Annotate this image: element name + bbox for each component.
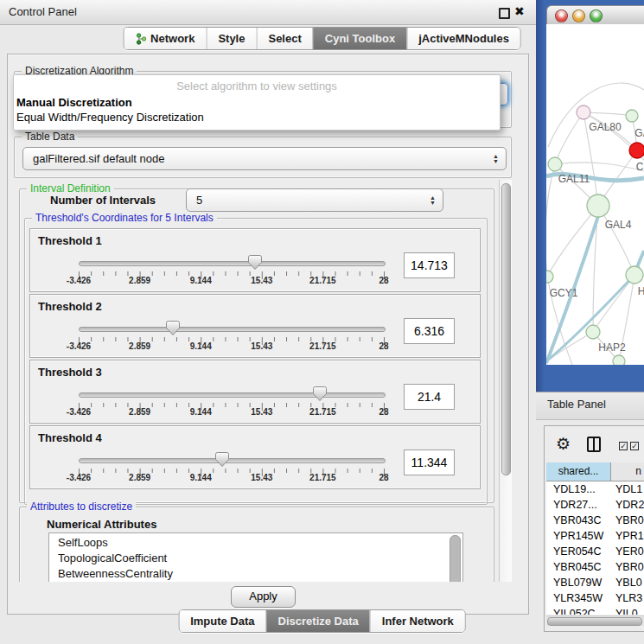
table-row[interactable]: YDL19...YDL1 <box>546 481 644 497</box>
apply-button[interactable]: Apply <box>231 586 296 608</box>
table-cell-name[interactable]: YDL1 <box>610 481 644 497</box>
table-cell-shared-name[interactable]: YDR27... <box>546 497 610 513</box>
table-cell-shared-name[interactable]: YIL052C <box>546 606 610 615</box>
threshold-value-field[interactable]: 14.713 <box>404 252 455 278</box>
table-cell-shared-name[interactable]: YLR345W <box>546 590 610 606</box>
network-node[interactable] <box>613 355 625 365</box>
table-cell-name[interactable]: YIL0 <box>610 606 644 615</box>
float-window-icon[interactable] <box>499 8 510 19</box>
table-row[interactable]: YBR043CYBR0 <box>546 513 644 528</box>
table-data-group-title: Table Data <box>22 131 78 143</box>
attribute-item-betweennesscentrality[interactable]: BetweennessCentrality <box>49 566 462 582</box>
threshold-slider-track[interactable] <box>79 392 386 398</box>
window-title: Control Panel <box>9 0 77 24</box>
table-cell-shared-name[interactable]: YBL079W <box>546 575 610 590</box>
network-node[interactable] <box>626 266 643 284</box>
close-traffic-light[interactable] <box>555 10 568 22</box>
algorithm-option-equal-width-frequency-discretization[interactable]: Equal Width/Frequency Discretization <box>16 111 204 124</box>
tab-select[interactable]: Select <box>256 28 312 49</box>
number-of-intervals-combo[interactable]: 5 ▲▼ <box>186 188 443 212</box>
threshold-value-field[interactable]: 11.344 <box>404 450 455 475</box>
threshold-value-field[interactable]: 21.4 <box>404 384 455 410</box>
attribute-item-selfloops[interactable]: SelfLoops <box>49 535 462 551</box>
threshold-slider-track[interactable] <box>79 458 386 463</box>
threshold-slider-thumb[interactable] <box>214 451 230 468</box>
tab-cyni-toolbox[interactable]: Cyni Toolbox <box>313 28 406 49</box>
algorithm-option-manual-discretization[interactable]: Manual Discretization <box>16 96 132 109</box>
zoom-traffic-light[interactable] <box>590 10 603 22</box>
settings-scrollbar-thumb[interactable] <box>501 183 511 475</box>
columns-icon[interactable] <box>587 437 601 452</box>
algorithm-popup-hint: Select algorithm to view settings <box>14 80 500 92</box>
attribute-item-topologicalcoefficient[interactable]: TopologicalCoefficient <box>49 551 462 566</box>
table-data-combo[interactable]: galFiltered.sif default node ▲▼ <box>22 147 507 170</box>
table-cell-name[interactable]: YBL0 <box>610 575 644 590</box>
table-row[interactable]: YLR345WYLR3 <box>546 590 644 606</box>
table-cell-name[interactable]: YER0 <box>610 544 644 559</box>
threshold-slider-thumb[interactable] <box>312 386 328 402</box>
network-node[interactable] <box>626 110 638 122</box>
table-row[interactable]: YPR145WYPR1 <box>546 528 644 544</box>
network-node[interactable] <box>587 194 609 217</box>
tick-label: 2.859 <box>114 473 166 482</box>
table-cell-shared-name[interactable]: YDL19... <box>546 481 610 497</box>
gear-icon[interactable]: ⚙ <box>556 436 571 452</box>
network-node[interactable] <box>629 143 644 158</box>
tick-label: 9.144 <box>175 473 226 482</box>
table-cell-name[interactable]: YLR3 <box>610 590 644 606</box>
tick-label: 15.43 <box>236 276 288 285</box>
table-row[interactable]: YBR045CYBR0 <box>546 559 644 575</box>
table-cell-shared-name[interactable]: YBR045C <box>546 559 610 575</box>
checkbox-icon[interactable]: ✓ <box>619 442 628 450</box>
table-cell-shared-name[interactable]: YBR043C <box>546 513 610 528</box>
column-header-shared[interactable]: shared... <box>546 462 611 481</box>
close-icon[interactable]: ✖ <box>514 4 525 18</box>
threshold-slider-track[interactable] <box>79 327 386 332</box>
threshold-slider-thumb[interactable] <box>247 254 263 271</box>
combo-stepper-icon: ▲▼ <box>493 154 499 164</box>
table-row[interactable]: YER054CYER0 <box>546 544 644 559</box>
table-hscrollbar-thumb[interactable] <box>547 617 642 626</box>
settings-scrollbar-track[interactable] <box>499 180 512 582</box>
table-cell-name[interactable]: YBR0 <box>610 513 644 528</box>
network-window-titlebar[interactable] <box>546 5 644 26</box>
column-header-name[interactable]: n <box>611 462 644 481</box>
threshold-slider-track[interactable] <box>79 261 386 266</box>
tab-network[interactable]: Network <box>124 28 206 49</box>
checkbox-icon[interactable]: ✓ <box>630 442 639 450</box>
tab-style[interactable]: Style <box>206 28 256 49</box>
attributes-list-scrollbar[interactable] <box>450 535 461 582</box>
threshold-value-field[interactable]: 6.316 <box>404 318 455 344</box>
tick-label: -3.426 <box>53 341 105 351</box>
attributes-group-title: Attributes to discretize <box>27 501 136 513</box>
threshold-panel-3: Threshold 3-3.4262.8599.14415.4321.71528… <box>29 360 481 424</box>
table-cell-name[interactable]: YBR0 <box>610 559 644 575</box>
threshold-slider-thumb[interactable] <box>165 320 181 336</box>
tab-impute-data[interactable]: Impute Data <box>179 610 265 632</box>
tick-label: 9.144 <box>175 276 226 285</box>
tick-label: 2.859 <box>114 407 166 417</box>
table-cell-name[interactable]: YDR2 <box>610 497 644 513</box>
network-node[interactable] <box>546 271 553 283</box>
network-node[interactable] <box>577 105 590 119</box>
tab-infer-network[interactable]: Infer Network <box>370 610 465 632</box>
table-row[interactable]: YDR27...YDR2 <box>546 497 644 513</box>
tab-jactivemnodules[interactable]: jActiveMNodules <box>406 28 520 49</box>
network-node-label: HAP2 <box>598 341 626 354</box>
table-cell-shared-name[interactable]: YER054C <box>546 544 610 559</box>
tab-label: Network <box>150 28 194 49</box>
network-canvas[interactable]: GAL80GACGAL11GAL4GCY1HHAP2 <box>546 24 644 365</box>
table-row[interactable]: YIL052CYIL0 <box>546 606 644 615</box>
tab-label: Discretize Data <box>278 610 359 632</box>
table-hscrollbar-track[interactable] <box>546 615 644 626</box>
table-row[interactable]: YBL079WYBL0 <box>546 575 644 590</box>
tick-label: 28 <box>358 407 410 417</box>
table-cell-shared-name[interactable]: YPR145W <box>546 528 610 544</box>
table-cell-name[interactable]: YPR1 <box>610 528 644 544</box>
tick-label: -3.426 <box>53 276 105 285</box>
network-node[interactable] <box>586 325 600 339</box>
tab-discretize-data[interactable]: Discretize Data <box>266 610 370 632</box>
network-node[interactable] <box>548 157 562 171</box>
network-edge <box>593 275 634 332</box>
minimize-traffic-light[interactable] <box>572 10 585 22</box>
